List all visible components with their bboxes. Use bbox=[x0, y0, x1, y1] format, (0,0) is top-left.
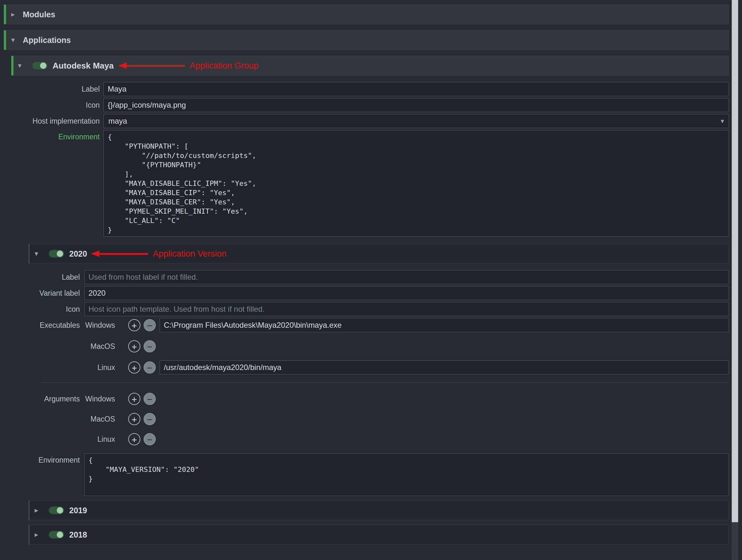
version-2018-header[interactable]: ▸ 2018 bbox=[29, 525, 729, 545]
platform-macos-label: MacOS bbox=[84, 415, 115, 424]
collapse-icon: ▾ bbox=[35, 249, 46, 258]
list-buttons: + − bbox=[128, 413, 156, 425]
maya-group-header[interactable]: ▾ Autodesk Maya Application Group bbox=[11, 56, 729, 75]
platform-windows-label: Windows bbox=[84, 395, 115, 403]
arguments-windows-row: Arguments Windows + − bbox=[29, 393, 729, 405]
add-item-button[interactable]: + bbox=[128, 319, 141, 331]
section-header-applications[interactable]: ▾ Applications bbox=[4, 30, 729, 50]
variant-label-label: Variant label bbox=[29, 289, 80, 298]
executables-windows-row: Executables Windows + − bbox=[29, 318, 729, 332]
maya-group-enabled-toggle[interactable] bbox=[32, 62, 47, 69]
version-2019-title: 2019 bbox=[69, 506, 87, 515]
annotation-text: Application Group bbox=[190, 61, 259, 71]
add-item-button[interactable]: + bbox=[128, 340, 141, 352]
icon-row: Icon bbox=[11, 98, 729, 112]
section-title-modules: Modules bbox=[23, 10, 55, 19]
remove-item-button[interactable]: − bbox=[144, 433, 156, 445]
remove-item-button[interactable]: − bbox=[144, 413, 156, 425]
label-input[interactable] bbox=[104, 82, 729, 96]
label-row: Label bbox=[11, 82, 729, 96]
host-implementation-row: Host implementation maya ▾ bbox=[11, 114, 729, 128]
platform-macos-label: MacOS bbox=[84, 342, 115, 351]
red-arrow-icon bbox=[99, 253, 148, 255]
version-2019-header[interactable]: ▸ 2019 bbox=[29, 500, 729, 520]
version-environment-input[interactable]: { "MAYA_VERSION": "2020" } bbox=[84, 453, 729, 496]
remove-item-button[interactable]: − bbox=[144, 393, 156, 405]
executables-macos-row: MacOS + − bbox=[29, 340, 729, 352]
red-arrow-icon bbox=[126, 65, 185, 67]
add-item-button[interactable]: + bbox=[128, 413, 141, 425]
settings-page: ▸ Modules ▾ Applications ▾ Autodesk Maya… bbox=[0, 0, 742, 560]
chevron-down-icon: ▾ bbox=[721, 117, 724, 125]
executables-linux-row: Linux + − bbox=[29, 360, 729, 375]
platform-linux-label: Linux bbox=[84, 363, 115, 372]
arguments-linux-row: Linux + − bbox=[29, 433, 729, 445]
version-label-row: Label bbox=[29, 270, 729, 284]
version-icon-input[interactable] bbox=[84, 302, 729, 316]
list-buttons: + − bbox=[128, 393, 156, 405]
environment-row: Environment { "PYTHONPATH": [ "//path/to… bbox=[11, 130, 729, 237]
scrollbar-thumb[interactable] bbox=[732, 0, 738, 522]
executable-linux-input[interactable] bbox=[160, 360, 729, 375]
expand-icon: ▸ bbox=[11, 10, 23, 18]
remove-item-button[interactable]: − bbox=[144, 340, 156, 352]
version-2020-title: 2020 bbox=[69, 249, 87, 259]
expand-icon: ▸ bbox=[35, 530, 46, 539]
host-implementation-select[interactable]: maya ▾ bbox=[104, 114, 729, 128]
version-environment-row: Environment { "MAYA_VERSION": "2020" } bbox=[29, 453, 729, 496]
variant-label-row: Variant label bbox=[29, 286, 729, 300]
divider bbox=[41, 383, 729, 383]
maya-group-title: Autodesk Maya bbox=[53, 61, 114, 71]
version-2020-enabled-toggle[interactable] bbox=[49, 250, 64, 258]
environment-label: Environment bbox=[11, 133, 100, 141]
list-buttons: + − bbox=[128, 340, 156, 352]
icon-field-label: Icon bbox=[11, 101, 100, 110]
label-field-label: Label bbox=[11, 85, 100, 94]
add-item-button[interactable]: + bbox=[128, 393, 141, 405]
executable-windows-input[interactable] bbox=[160, 318, 729, 332]
arguments-macos-row: MacOS + − bbox=[29, 413, 729, 425]
list-buttons: + − bbox=[128, 361, 156, 374]
version-2020-header[interactable]: ▾ 2020 Application Version bbox=[29, 244, 729, 264]
expand-icon: ▸ bbox=[35, 506, 46, 514]
maya-group-body: Label Icon Host implementation maya ▾ En… bbox=[11, 82, 729, 545]
version-2020-body: Label Variant label Icon Executables bbox=[29, 270, 729, 496]
list-buttons: + − bbox=[128, 319, 156, 331]
collapse-icon: ▾ bbox=[11, 36, 23, 44]
version-icon-label: Icon bbox=[29, 305, 80, 314]
annotation-text: Application Version bbox=[153, 249, 227, 259]
version-environment-label: Environment bbox=[29, 456, 80, 464]
host-implementation-value: maya bbox=[108, 117, 127, 126]
host-implementation-label: Host implementation bbox=[11, 117, 100, 126]
version-2018-title: 2018 bbox=[69, 530, 87, 540]
annotation-application-group: Application Group bbox=[126, 56, 259, 75]
platform-linux-label: Linux bbox=[84, 435, 115, 444]
collapse-icon: ▾ bbox=[18, 61, 30, 70]
add-item-button[interactable]: + bbox=[128, 433, 141, 445]
list-buttons: + − bbox=[128, 433, 156, 445]
remove-item-button[interactable]: − bbox=[144, 319, 156, 331]
icon-input[interactable] bbox=[104, 98, 729, 112]
version-2018-enabled-toggle[interactable] bbox=[49, 531, 64, 539]
version-icon-row: Icon bbox=[29, 302, 729, 316]
scrollbar bbox=[732, 0, 738, 560]
section-header-modules[interactable]: ▸ Modules bbox=[4, 4, 729, 24]
version-label-input[interactable] bbox=[84, 270, 729, 284]
variant-label-input[interactable] bbox=[84, 286, 729, 300]
version-2020: ▾ 2020 Application Version Label Variant bbox=[29, 244, 729, 496]
environment-input[interactable]: { "PYTHONPATH": [ "//path/to/custom/scri… bbox=[104, 130, 729, 237]
add-item-button[interactable]: + bbox=[128, 361, 141, 374]
version-2018: ▸ 2018 bbox=[29, 525, 729, 545]
arguments-label: Arguments bbox=[29, 395, 80, 403]
remove-item-button[interactable]: − bbox=[144, 361, 156, 374]
annotation-application-version: Application Version bbox=[99, 244, 227, 263]
application-group-maya: ▾ Autodesk Maya Application Group Label … bbox=[11, 56, 729, 545]
executables-label: Executables bbox=[29, 321, 80, 330]
version-label-label: Label bbox=[29, 273, 80, 282]
version-2019-enabled-toggle[interactable] bbox=[49, 506, 64, 514]
section-title-applications: Applications bbox=[23, 36, 71, 45]
platform-windows-label: Windows bbox=[84, 321, 115, 330]
version-2019: ▸ 2019 bbox=[29, 500, 729, 520]
